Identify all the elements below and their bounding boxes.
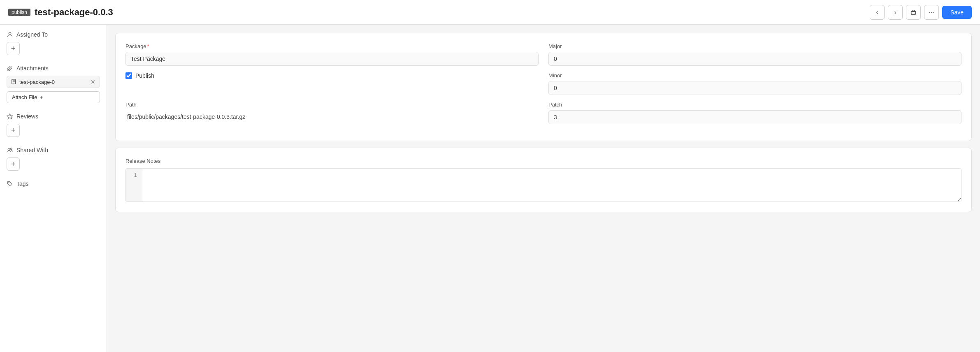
svg-marker-3 bbox=[7, 114, 13, 119]
patch-col: Patch bbox=[548, 102, 961, 124]
path-label: Path bbox=[125, 102, 539, 108]
shared-with-label: Shared With bbox=[16, 147, 48, 153]
add-review-button[interactable]: + bbox=[7, 124, 20, 137]
publish-col: Publish bbox=[125, 72, 539, 95]
more-button[interactable]: ··· bbox=[924, 5, 939, 20]
user-icon bbox=[7, 31, 13, 38]
assigned-to-label: Assigned To bbox=[16, 31, 48, 38]
add-shared-button[interactable]: + bbox=[7, 157, 20, 171]
tags-header: Tags bbox=[7, 181, 100, 187]
publish-checkbox[interactable] bbox=[125, 72, 132, 79]
svg-point-4 bbox=[8, 148, 10, 151]
print-icon bbox=[910, 9, 917, 16]
tags-section: Tags bbox=[7, 181, 100, 187]
publish-row: Publish bbox=[125, 72, 539, 79]
attach-file-plus-icon: + bbox=[39, 94, 43, 100]
reviews-label: Reviews bbox=[16, 113, 38, 120]
release-notes-editor: 1 bbox=[125, 168, 961, 202]
attach-file-label: Attach File bbox=[12, 94, 37, 100]
package-major-row: Package * Major bbox=[125, 43, 961, 66]
prev-button[interactable]: ‹ bbox=[870, 5, 885, 20]
main-layout: Assigned To + Attachments test-package-0… bbox=[0, 25, 980, 352]
reviews-section: Reviews + bbox=[7, 113, 100, 137]
release-notes-card: Release Notes 1 bbox=[115, 148, 972, 212]
minor-label: Minor bbox=[548, 72, 961, 79]
path-value: files/public/packages/test-package-0.0.3… bbox=[125, 110, 539, 120]
tags-label: Tags bbox=[16, 181, 29, 187]
attachment-chip: test-package-0 ✕ bbox=[7, 76, 100, 88]
major-label: Major bbox=[548, 43, 961, 49]
minor-input[interactable] bbox=[548, 81, 961, 95]
svg-point-1 bbox=[9, 32, 11, 35]
shared-with-section: Shared With + bbox=[7, 147, 100, 171]
assigned-to-header: Assigned To bbox=[7, 31, 100, 38]
attachments-section: Attachments test-package-0 ✕ Attach File… bbox=[7, 65, 100, 103]
release-notes-label: Release Notes bbox=[125, 158, 961, 164]
tag-icon bbox=[7, 181, 13, 187]
add-assigned-button[interactable]: + bbox=[7, 42, 20, 55]
package-input[interactable] bbox=[125, 52, 539, 66]
header-left: publish test-package-0.0.3 bbox=[8, 7, 113, 18]
sidebar: Assigned To + Attachments test-package-0… bbox=[0, 25, 107, 352]
package-label: Package * bbox=[125, 43, 539, 49]
file-icon bbox=[11, 79, 17, 85]
line-number: 1 bbox=[126, 169, 142, 201]
shared-icon bbox=[7, 147, 13, 153]
release-notes-textarea[interactable] bbox=[142, 169, 961, 201]
reviews-header: Reviews bbox=[7, 113, 100, 120]
major-col: Major bbox=[548, 43, 961, 66]
minor-col: Minor bbox=[548, 72, 961, 95]
next-button[interactable]: › bbox=[888, 5, 903, 20]
svg-point-5 bbox=[10, 148, 12, 150]
assigned-to-section: Assigned To + bbox=[7, 31, 100, 55]
star-icon bbox=[7, 113, 13, 120]
required-indicator: * bbox=[147, 43, 149, 49]
save-button[interactable]: Save bbox=[942, 6, 972, 19]
publish-minor-row: Publish Minor bbox=[125, 72, 961, 95]
svg-point-6 bbox=[9, 183, 9, 183]
package-info-card: Package * Major Publish bbox=[115, 33, 972, 141]
header: publish test-package-0.0.3 ‹ › ··· Save bbox=[0, 0, 980, 25]
patch-label: Patch bbox=[548, 102, 961, 108]
shared-with-header: Shared With bbox=[7, 147, 100, 153]
attachment-remove-button[interactable]: ✕ bbox=[91, 79, 95, 85]
major-input[interactable] bbox=[548, 52, 961, 66]
attach-file-button[interactable]: Attach File + bbox=[7, 91, 100, 103]
path-col: Path files/public/packages/test-package-… bbox=[125, 102, 539, 124]
header-actions: ‹ › ··· Save bbox=[870, 5, 972, 20]
path-patch-row: Path files/public/packages/test-package-… bbox=[125, 102, 961, 124]
attachment-filename: test-package-0 bbox=[19, 79, 88, 85]
attachments-header: Attachments bbox=[7, 65, 100, 72]
publish-badge: publish bbox=[8, 9, 30, 16]
paperclip-icon bbox=[7, 65, 13, 72]
package-col: Package * bbox=[125, 43, 539, 66]
patch-input[interactable] bbox=[548, 110, 961, 124]
publish-label: Publish bbox=[135, 72, 154, 79]
print-button[interactable] bbox=[906, 5, 921, 20]
content-area: Package * Major Publish bbox=[107, 25, 980, 352]
attachments-label: Attachments bbox=[16, 65, 49, 72]
page-title: test-package-0.0.3 bbox=[35, 7, 113, 18]
